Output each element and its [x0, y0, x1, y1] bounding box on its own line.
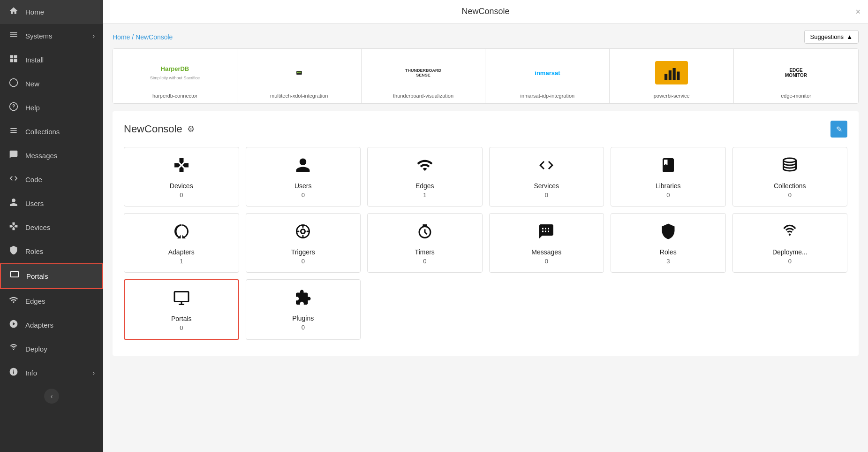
sidebar-item-info[interactable]: Info› — [0, 361, 103, 385]
edges-icon — [8, 295, 19, 307]
suggestion-label-0: harperdb-connector — [152, 93, 197, 99]
sidebar-item-help[interactable]: Help — [0, 96, 103, 120]
suggestion-card-2[interactable]: THUNDERBOARDSENSEthunderboard-visualizat… — [362, 49, 486, 103]
roles-tile-label: Roles — [660, 248, 677, 256]
edit-icon: ✎ — [836, 125, 842, 134]
adapters-icon — [8, 319, 19, 331]
info-icon — [8, 367, 19, 379]
suggestion-card-1[interactable]: 📟multitech-xdot-integration — [237, 49, 362, 103]
svg-rect-8 — [669, 70, 672, 80]
tile-triggers[interactable]: Triggers0 — [246, 213, 361, 273]
tile-devices[interactable]: Devices0 — [124, 147, 239, 207]
tile-timers[interactable]: Timers0 — [367, 213, 483, 273]
timers-tile-icon — [416, 223, 433, 244]
sidebar-item-adapters[interactable]: Adapters — [0, 313, 103, 337]
sidebar: HomeSystems›InstallNewHelpCollectionsMes… — [0, 0, 103, 452]
edges-tile-count: 1 — [423, 192, 426, 199]
sidebar-item-code[interactable]: Code — [0, 168, 103, 192]
devices-icon — [8, 222, 19, 233]
tile-collections[interactable]: Collections0 — [732, 147, 848, 207]
sidebar-label-portals: Portals — [26, 272, 48, 280]
sidebar-item-edges[interactable]: Edges — [0, 289, 103, 313]
tile-services[interactable]: Services0 — [489, 147, 604, 207]
settings-icon[interactable]: ⚙ — [187, 124, 195, 134]
suggestions-button[interactable]: Suggestions ▲ — [804, 30, 859, 44]
sidebar-label-deploy: Deploy — [25, 345, 47, 353]
app-header: NewConsole × — [103, 0, 868, 23]
deployments-tile-count: 0 — [788, 258, 792, 265]
close-button[interactable]: × — [855, 7, 860, 16]
breadcrumb-home[interactable]: Home — [113, 33, 130, 41]
svg-point-4 — [10, 79, 18, 87]
sidebar-label-info: Info — [25, 369, 37, 377]
suggestion-label-2: thunderboard-visualization — [393, 93, 453, 99]
tile-libraries[interactable]: Libraries0 — [611, 147, 726, 207]
suggestions-carousel: HarperDBSimplicity without Sacrificeharp… — [113, 48, 859, 104]
sidebar-label-collections: Collections — [25, 128, 60, 136]
portals-icon — [9, 270, 20, 282]
services-tile-icon — [538, 157, 555, 177]
sidebar-item-roles[interactable]: Roles — [0, 239, 103, 263]
svg-rect-7 — [664, 74, 667, 80]
deployments-tile-icon — [781, 223, 798, 244]
sidebar-item-users[interactable]: Users — [0, 192, 103, 215]
content-area: Home / NewConsole Suggestions ▲ HarperDB… — [103, 23, 868, 452]
suggestion-img-0: HarperDBSimplicity without Sacrifice — [118, 56, 232, 89]
tile-adapters[interactable]: Adapters1 — [124, 213, 239, 273]
sidebar-item-deploy[interactable]: Deploy — [0, 337, 103, 361]
install-icon — [8, 54, 19, 66]
suggestion-card-4[interactable]: powerbi-service — [610, 49, 734, 103]
users-icon — [8, 198, 19, 209]
suggestion-img-3: inmarsat — [490, 56, 604, 89]
svg-rect-3 — [14, 59, 17, 62]
portals-tile-icon — [173, 290, 190, 310]
sidebar-label-messages: Messages — [25, 152, 57, 160]
sidebar-item-systems[interactable]: Systems› — [0, 24, 103, 48]
breadcrumb: Home / NewConsole — [113, 33, 173, 41]
sidebar-item-portals[interactable]: Portals — [0, 263, 103, 289]
suggestion-card-0[interactable]: HarperDBSimplicity without Sacrificeharp… — [113, 49, 237, 103]
suggestion-label-5: edge-monitor — [781, 93, 811, 99]
timers-tile-count: 0 — [423, 258, 426, 265]
tile-edges[interactable]: Edges1 — [367, 147, 483, 207]
plugins-tile-count: 0 — [302, 324, 305, 331]
sidebar-item-messages[interactable]: Messages — [0, 144, 103, 168]
sidebar-item-devices[interactable]: Devices — [0, 215, 103, 239]
roles-icon — [8, 245, 19, 257]
users-tile-icon — [294, 157, 311, 177]
console-name: NewConsole — [124, 123, 182, 135]
triggers-tile-count: 0 — [302, 258, 305, 265]
sidebar-item-home[interactable]: Home — [0, 0, 103, 24]
main-content: NewConsole × Home / NewConsole Suggestio… — [103, 0, 868, 452]
tile-deployments[interactable]: Deployme...0 — [732, 213, 848, 273]
sidebar-label-edges: Edges — [25, 297, 45, 305]
devices-tile-icon — [173, 157, 190, 177]
home-icon — [8, 6, 19, 18]
edit-button[interactable]: ✎ — [830, 121, 847, 138]
sidebar-item-install[interactable]: Install — [0, 48, 103, 72]
tile-roles[interactable]: Roles3 — [611, 213, 726, 273]
console-title-row: NewConsole ⚙ ✎ — [124, 121, 847, 138]
sidebar-item-new[interactable]: New — [0, 72, 103, 96]
libraries-tile-icon — [660, 157, 677, 177]
users-tile-label: Users — [294, 182, 312, 190]
tile-messages[interactable]: Messages0 — [489, 213, 604, 273]
tile-users[interactable]: Users0 — [246, 147, 361, 207]
suggestion-card-3[interactable]: inmarsatinmarsat-idp-integration — [485, 49, 610, 103]
chevron-info: › — [93, 370, 95, 376]
suggestion-card-5[interactable]: EDGEMONITORedge-monitor — [734, 49, 858, 103]
sidebar-item-collections[interactable]: Collections — [0, 120, 103, 144]
tile-portals[interactable]: Portals0 — [124, 279, 239, 340]
tile-plugins[interactable]: Plugins0 — [246, 279, 361, 340]
console-section: NewConsole ⚙ ✎ Devices0Users0Edges1Servi… — [113, 111, 859, 356]
triggers-tile-label: Triggers — [291, 248, 315, 256]
breadcrumb-separator: / — [132, 33, 136, 41]
edges-tile-label: Edges — [415, 182, 434, 190]
chevron-systems: › — [93, 33, 95, 39]
suggestion-img-2: THUNDERBOARDSENSE — [366, 56, 481, 89]
systems-icon — [8, 30, 19, 42]
sidebar-label-help: Help — [25, 104, 40, 112]
sidebar-collapse-button[interactable]: ‹ — [44, 389, 59, 404]
svg-rect-0 — [10, 55, 14, 59]
svg-point-11 — [784, 158, 796, 162]
